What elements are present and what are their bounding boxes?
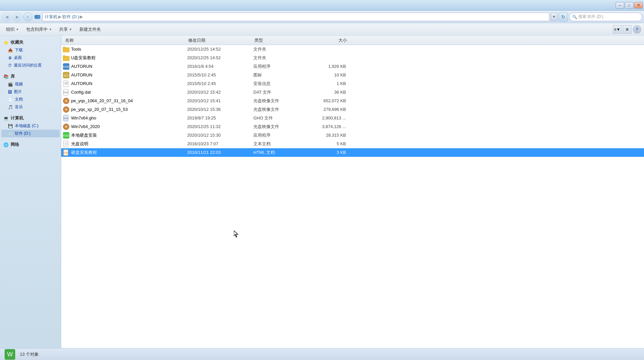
main-layout: ⭐ 收藏夹 📥 下载 🖥 桌面 ⏱ 最近访问的位置 📚 库 � xyxy=(0,36,644,348)
sidebar-item-download[interactable]: 📥 下载 xyxy=(1,46,60,54)
include-arrow: ▼ xyxy=(49,28,52,31)
table-row[interactable]: Win7x64_2020 2020/12/25 11:32 光盘映像文件 3,8… xyxy=(61,122,644,131)
address-dropdown[interactable]: ▼ xyxy=(551,13,557,21)
up-button[interactable]: ↑ xyxy=(23,12,32,22)
svg-rect-5 xyxy=(63,56,65,57)
file-icon xyxy=(63,140,70,148)
window-controls: ─ □ ✕ xyxy=(616,2,643,9)
music-label: 音乐 xyxy=(15,104,23,110)
path-drive[interactable]: 软件 (D:) xyxy=(62,14,79,20)
sidebar-item-desktop[interactable]: 🖥 桌面 xyxy=(1,54,60,62)
recent-icon: ⏱ xyxy=(8,63,12,68)
table-row[interactable]: 光盘说明 2016/10/23 7:07 文本文档 5 KB xyxy=(61,140,644,148)
library-icon: 📚 xyxy=(3,74,9,79)
sidebar-item-docs[interactable]: 📄 文档 xyxy=(1,96,60,103)
col-header-size[interactable]: 大小 xyxy=(307,37,354,43)
sidebar-item-video[interactable]: 🎬 视频 xyxy=(1,80,60,88)
include-button[interactable]: 包含到库中 ▼ xyxy=(23,25,55,34)
table-row[interactable]: EXE 本地硬盘安装 2020/10/12 15:30 应用程序 28,315 … xyxy=(61,131,644,140)
library-header[interactable]: 📚 库 xyxy=(1,72,60,80)
computer-section: 💻 计算机 💾 本地磁盘 (C:) 💿 软件 (D:) xyxy=(1,114,60,137)
sidebar-item-music[interactable]: 🎵 音乐 xyxy=(1,103,60,111)
new-folder-button[interactable]: 新建文件夹 xyxy=(76,25,104,34)
file-type: 文件夹 xyxy=(253,46,306,52)
file-size: 28,315 KB xyxy=(306,133,353,138)
file-size: 652,072 KB xyxy=(306,98,353,103)
organize-button[interactable]: 组织 ▼ xyxy=(3,25,22,34)
docs-label: 文档 xyxy=(15,97,23,102)
file-icon: ICO xyxy=(63,71,70,79)
share-button[interactable]: 共享 ▼ xyxy=(56,25,75,34)
download-icon: 📥 xyxy=(8,48,13,53)
file-date: 2020/12/25 11:32 xyxy=(187,124,253,129)
address-path[interactable]: 计算机 ▶ 软件 (D:) ▶ xyxy=(42,13,549,21)
file-size: 2,900,813 ... xyxy=(306,115,353,120)
table-row[interactable]: EXE AUTORUN 2016/1/8 4:54 应用程序 1,926 KB xyxy=(61,62,644,71)
table-row[interactable]: AUTORUN 2015/5/10 2:45 安装信息 1 KB xyxy=(61,79,644,88)
toolbar: 组织 ▼ 包含到库中 ▼ 共享 ▼ 新建文件夹 ≡▼ ⊞ ? xyxy=(0,23,644,36)
sidebar-item-d-drive[interactable]: 💿 软件 (D:) xyxy=(1,130,60,137)
file-date: 2020/10/12 15:30 xyxy=(187,133,253,138)
table-row[interactable]: HTML 硬盘安装教程 2016/11/21 22:03 HTML 文档 3 K… xyxy=(61,148,644,157)
computer-icon: 💻 xyxy=(3,116,9,121)
table-row[interactable]: pe_yqs_1064_20_07_31_16_04 2020/10/12 15… xyxy=(61,97,644,105)
file-icon: EXE xyxy=(63,132,70,139)
network-header[interactable]: 🌐 网络 xyxy=(1,141,60,149)
file-type: 安装信息 xyxy=(253,81,306,87)
table-row[interactable]: pe_yqs_xp_20_07_31_15_53 2020/10/12 15:3… xyxy=(61,105,644,114)
column-headers: 名称 修改日期 类型 大小 xyxy=(61,36,644,45)
forward-button[interactable]: ▶ xyxy=(13,12,22,22)
video-label: 视频 xyxy=(15,81,23,87)
help-button[interactable]: ? xyxy=(633,25,641,34)
minimize-button[interactable]: ─ xyxy=(616,2,624,9)
sidebar-item-pictures[interactable]: 🖼 图片 xyxy=(1,88,60,96)
table-row[interactable]: U盘安装教程 2020/12/25 14:52 文件夹 xyxy=(61,54,644,62)
music-icon: 🎵 xyxy=(8,105,13,110)
back-button[interactable]: ◀ xyxy=(2,12,11,22)
svg-text:EXE: EXE xyxy=(63,134,69,137)
table-row[interactable]: DAT Config.dat 2020/10/12 15:42 DAT 文件 3… xyxy=(61,88,644,97)
svg-text:ICO: ICO xyxy=(64,74,68,77)
file-type: 图标 xyxy=(253,72,306,78)
file-name: AUTORUN xyxy=(70,64,187,69)
col-header-date[interactable]: 修改日期 xyxy=(188,37,254,43)
file-icon xyxy=(63,97,70,105)
file-size: 3 KB xyxy=(306,150,353,155)
app-status-icon: W xyxy=(4,348,16,360)
file-size: 3,874,126 ... xyxy=(306,124,353,129)
network-label: 网络 xyxy=(11,142,19,148)
view-options-button[interactable]: ≡▼ xyxy=(613,25,622,34)
file-date: 2019/9/7 19:25 xyxy=(187,115,253,120)
svg-rect-3 xyxy=(63,47,65,49)
file-type: 光盘映像文件 xyxy=(253,124,306,130)
table-row[interactable]: GHO Win7x64.gho 2019/9/7 19:25 GHO 文件 2,… xyxy=(61,114,644,122)
sidebar-item-c-drive[interactable]: 💾 本地磁盘 (C:) xyxy=(1,122,60,130)
library-label: 库 xyxy=(11,73,15,79)
col-header-type[interactable]: 类型 xyxy=(254,37,307,43)
star-icon: ⭐ xyxy=(3,40,9,45)
sidebar-item-recent[interactable]: ⏱ 最近访问的位置 xyxy=(1,62,60,69)
favorites-header[interactable]: ⭐ 收藏夹 xyxy=(1,38,60,46)
path-computer[interactable]: 计算机 xyxy=(45,14,58,20)
refresh-button[interactable]: ↻ xyxy=(559,12,568,22)
path-sep-1: ▶ xyxy=(58,14,62,19)
close-button[interactable]: ✕ xyxy=(634,2,643,9)
computer-header[interactable]: 💻 计算机 xyxy=(1,114,60,122)
file-size: 10 KB xyxy=(306,72,353,77)
table-row[interactable]: ICO AUTORUN 2015/5/10 2:45 图标 10 KB xyxy=(61,71,644,79)
maximize-button[interactable]: □ xyxy=(625,2,633,9)
file-icon xyxy=(63,80,70,87)
file-type: 文本文档 xyxy=(253,141,306,147)
preview-button[interactable]: ⊞ xyxy=(623,25,631,34)
file-icon xyxy=(63,106,70,113)
file-date: 2015/5/10 2:45 xyxy=(187,72,253,77)
table-row[interactable]: Tools 2020/12/25 14:52 文件夹 xyxy=(61,45,644,54)
recent-label: 最近访问的位置 xyxy=(14,63,42,68)
video-icon: 🎬 xyxy=(8,82,13,87)
col-header-name[interactable]: 名称 xyxy=(63,37,188,43)
c-drive-icon: 💾 xyxy=(8,124,13,128)
favorites-label: 收藏夹 xyxy=(11,39,23,45)
search-box[interactable]: 🔍 搜索 软件 (D:) xyxy=(569,13,642,21)
file-icon: DAT xyxy=(63,89,70,96)
favorites-section: ⭐ 收藏夹 📥 下载 🖥 桌面 ⏱ 最近访问的位置 xyxy=(1,38,60,69)
